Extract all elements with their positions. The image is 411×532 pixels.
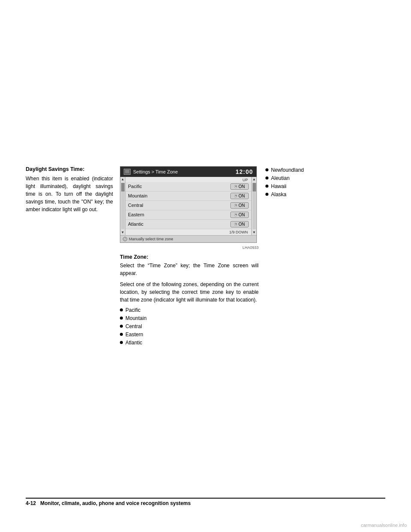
screen-ui: Settings > Time Zone 12:00 ▲ ▼	[120, 166, 257, 243]
footer-title: Monitor, climate, audio, phone and voice…	[40, 500, 191, 506]
icon-line-3	[125, 173, 129, 173]
screen-title: Settings > Time Zone	[133, 169, 178, 174]
bullet-mountain: Mountain	[120, 314, 259, 323]
bullet-dot-alaska	[265, 193, 268, 196]
on-dot-mountain	[234, 194, 237, 197]
icon-line-2	[125, 171, 129, 172]
main-three-col: Daylight Savings Time: When this item is…	[26, 166, 385, 349]
on-dot-pacific	[234, 185, 237, 188]
screen-header-left: Settings > Time Zone	[124, 169, 178, 175]
page-footer: 4-12 Monitor, climate, audio, phone and …	[26, 498, 385, 506]
daylight-savings-heading: Daylight Savings Time:	[26, 166, 113, 172]
screen-footer: i Manually select time zone	[120, 235, 256, 242]
on-button-central[interactable]: ON	[230, 202, 249, 209]
on-label-atlantic: ON	[238, 222, 245, 227]
scroll-up-arrow-right[interactable]: ▲	[253, 177, 256, 182]
bullet-central: Central	[120, 323, 259, 331]
daylight-savings-body: When this item is enabled (indicator lig…	[26, 175, 113, 213]
up-label: UP	[125, 177, 251, 182]
timezone-label-central: Central	[128, 203, 143, 208]
timezone-row-eastern[interactable]: Eastern ON	[125, 210, 251, 220]
left-scrollbar[interactable]: ▲ ▼	[120, 177, 125, 235]
bullet-dot-pacific	[120, 308, 123, 311]
bullet-text-eastern: Eastern	[125, 331, 143, 339]
on-button-eastern[interactable]: ON	[230, 212, 249, 218]
scroll-down-arrow-left[interactable]: ▼	[121, 230, 125, 235]
bullet-text-hawaii: Hawaii	[271, 182, 286, 191]
center-bullet-list: Pacific Mountain Central Eastern Atlanti…	[120, 306, 259, 347]
bullet-text-central: Central	[125, 323, 142, 331]
timezone-row-atlantic[interactable]: Atlantic ON	[125, 220, 251, 229]
bullet-dot-newfoundland	[265, 168, 268, 171]
screen-body: ▲ ▼ UP Pacific	[120, 177, 256, 235]
scroll-down-arrow-right[interactable]: ▼	[253, 230, 256, 235]
timezone-row-pacific[interactable]: Pacific ON	[125, 182, 251, 191]
scroll-track-left	[121, 183, 125, 229]
bullet-text-atlantic: Atlantic	[125, 339, 142, 347]
footer-page-number: 4-12	[26, 500, 36, 506]
timezone-section-heading: Time Zone:	[120, 254, 259, 260]
bullet-text-newfoundland: Newfoundland	[271, 166, 304, 174]
bullet-aleutian: Aleutian	[265, 174, 385, 182]
screen-time: 12:00	[235, 168, 253, 175]
on-label-eastern: ON	[238, 212, 245, 217]
bullet-dot-eastern	[120, 333, 123, 336]
bullet-dot-aleutian	[265, 176, 268, 179]
on-dot-eastern	[234, 213, 237, 216]
on-button-atlantic[interactable]: ON	[230, 221, 249, 227]
bullet-text-pacific: Pacific	[125, 306, 140, 314]
bullet-eastern: Eastern	[120, 331, 259, 339]
scroll-thumb-left	[121, 183, 125, 191]
scroll-track-right	[253, 183, 256, 229]
bullet-dot-atlantic	[120, 341, 123, 344]
screen-caption: LHA0933	[120, 245, 259, 250]
bullet-text-mountain: Mountain	[125, 314, 146, 323]
timezone-label-pacific: Pacific	[128, 184, 142, 189]
bottom-spacer	[26, 349, 385, 498]
bullet-dot-central	[120, 325, 123, 328]
bullet-text-aleutian: Aleutian	[271, 174, 289, 182]
on-dot-central	[234, 204, 237, 207]
bullet-dot-mountain	[120, 317, 123, 320]
center-column: Settings > Time Zone 12:00 ▲ ▼	[120, 166, 265, 349]
watermark: carmanualsonline.info	[361, 523, 407, 528]
on-button-pacific[interactable]: ON	[230, 183, 249, 190]
bullet-newfoundland: Newfoundland	[265, 166, 385, 174]
timezone-label-atlantic: Atlantic	[128, 221, 143, 227]
timezone-row-central[interactable]: Central ON	[125, 201, 251, 210]
on-label-pacific: ON	[238, 184, 245, 189]
page-info: 1/9 DOWN	[125, 229, 251, 235]
scroll-thumb-right	[253, 183, 256, 191]
on-label-mountain: ON	[238, 194, 245, 198]
timezone-label-eastern: Eastern	[128, 212, 144, 217]
info-icon: i	[123, 237, 127, 241]
bullet-text-alaska: Alaska	[271, 191, 286, 199]
icon-line-1	[125, 170, 129, 170]
right-column: Newfoundland Aleutian Hawaii Alaska	[265, 166, 385, 201]
bullet-hawaii: Hawaii	[265, 182, 385, 191]
screen-icon	[124, 169, 131, 175]
screen-footer-text: Manually select time zone	[129, 237, 173, 241]
bullet-atlantic: Atlantic	[120, 339, 259, 347]
timezone-para2: Select one of the following zones, depen…	[120, 281, 259, 304]
screen-header: Settings > Time Zone 12:00	[120, 167, 256, 177]
right-bullet-list: Newfoundland Aleutian Hawaii Alaska	[265, 166, 385, 199]
on-dot-atlantic	[234, 223, 237, 226]
bullet-pacific: Pacific	[120, 306, 259, 314]
scroll-up-arrow[interactable]: ▲	[121, 177, 125, 182]
top-spacer	[26, 17, 385, 166]
on-button-mountain[interactable]: ON	[230, 193, 249, 199]
right-scrollbar[interactable]: ▲ ▼	[251, 177, 256, 235]
screen-list: UP Pacific ON Mountain	[125, 177, 251, 235]
timezone-row-mountain[interactable]: Mountain ON	[125, 191, 251, 201]
on-label-central: ON	[238, 203, 245, 208]
bullet-dot-hawaii	[265, 185, 268, 188]
left-column: Daylight Savings Time: When this item is…	[26, 166, 120, 213]
timezone-para1: Select the “Time Zone” key; the Time Zon…	[120, 262, 259, 277]
timezone-label-mountain: Mountain	[128, 193, 147, 198]
bullet-alaska: Alaska	[265, 191, 385, 199]
